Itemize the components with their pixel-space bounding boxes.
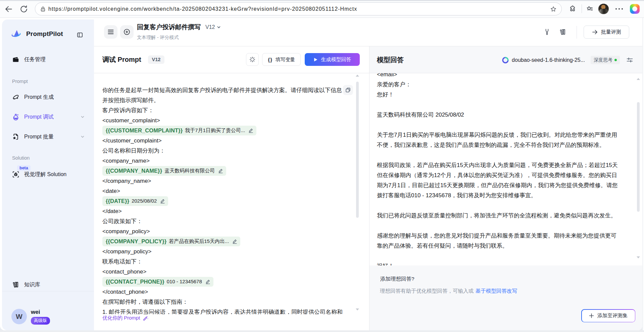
debug-panel-header: 调试 Prompt V12 {} 填写变量 — [94, 46, 369, 73]
variable-value: 010 - 12345678 — [167, 277, 202, 287]
variable-name: {{COMPANY_POLICY}} — [106, 236, 166, 246]
browser-profile-avatar[interactable] — [598, 4, 609, 14]
address-bar[interactable]: https://promptpilot.volcengine.com/workb… — [35, 2, 562, 15]
ideal-answer-hint: 理想回答有助于优化模型回答，可输入或基于模型回答改写 — [380, 288, 517, 295]
prompt-editor[interactable]: 你的任务是起草一封简短高效的回复客户投诉的电子邮件并提供解决方案。请仔细阅读以下… — [94, 73, 356, 314]
window-bottom-edge — [0, 330, 644, 332]
user-name: wei — [31, 309, 50, 316]
sidebar-item-label: 知识库 — [24, 281, 40, 288]
main-area: 回复客户投诉邮件撰写 V12 文本理解 - 评分模式 批量评测 — [94, 18, 642, 330]
prompt-line: <contact_phone> — [102, 267, 351, 277]
prompt-line: <company_name> — [102, 156, 351, 166]
doubao-model-icon — [501, 56, 509, 64]
hamburger-icon — [107, 29, 114, 35]
arrow-right-icon — [592, 29, 598, 35]
new-task-button[interactable] — [120, 25, 134, 39]
user-row[interactable]: W wei 高级版 — [11, 309, 50, 325]
scrollbar-thumb[interactable] — [637, 102, 640, 212]
variable-value: 蓝天数码科技有限公司 — [164, 166, 215, 176]
copy-icon — [345, 87, 351, 93]
sidebar-collapse-icon[interactable] — [77, 32, 83, 38]
answer-line: 蓝天数码科技有限公司 2025/08/02 — [377, 110, 627, 120]
user-avatar[interactable]: W — [11, 309, 27, 324]
scrollbar-thumb[interactable] — [356, 82, 359, 218]
sidebar-item-prompt-generate[interactable]: Prompt 生成 — [7, 90, 89, 104]
edit-pencil-icon[interactable] — [218, 168, 223, 173]
braces-icon: {} — [268, 57, 273, 63]
scroll-up-icon[interactable] — [356, 75, 359, 77]
scroll-down-icon[interactable] — [637, 256, 640, 258]
collections-icon[interactable] — [586, 5, 593, 12]
prompt-line: {{COMPANY_NAME}}蓝天数码科技有限公司 — [102, 166, 351, 176]
sidebar-item-tasks[interactable]: 任务管理 — [7, 52, 89, 67]
copilot-icon[interactable] — [630, 4, 640, 14]
variable-name: {{DATE}} — [106, 196, 129, 206]
document-star-icon — [12, 133, 19, 140]
deep-think-badge[interactable]: 深度思考 — [591, 56, 620, 64]
prompt-scrollbar[interactable] — [356, 73, 359, 314]
model-settings-icon[interactable] — [626, 56, 633, 64]
model-answer-content[interactable]: <email>亲爱的客户：您好！蓝天数码科技有限公司 2025/08/02关于您… — [369, 73, 642, 265]
lock-icon[interactable] — [40, 6, 46, 12]
variable-name: {{COMPANY_NAME}} — [106, 166, 162, 176]
browser-back-icon[interactable] — [4, 5, 13, 13]
variable-pill[interactable]: {{DATE}}2025/08/02 — [102, 196, 168, 206]
sidebar-item-label: 任务管理 — [24, 56, 46, 63]
chevron-down-icon[interactable] — [81, 115, 85, 119]
chevron-down-icon[interactable] — [81, 135, 85, 139]
prompt-line: 并按照指示撰写邮件。 — [102, 95, 351, 106]
prompt-line: </date> — [102, 206, 351, 216]
sidebar-item-prompt-debug[interactable]: Prompt 调试 — [7, 110, 89, 124]
batch-evaluate-button[interactable]: 批量评测 — [584, 26, 629, 39]
variable-name: {{CONTACT_PHONE}} — [106, 277, 164, 287]
optimize-prompt-link[interactable]: 优化你的 Prompt — [102, 315, 148, 321]
model-name[interactable]: doubao-seed-1.6-thinking-25... — [512, 57, 585, 63]
prompt-line: 联系电话如下： — [102, 257, 351, 267]
answer-line: 拨打客服电话010 - 12345678，我们将及时为您安排维修事宜。 — [377, 191, 627, 201]
answer-panel-header: 模型回答 doubao-seed-1.6-thinking-25... 深度思考 — [369, 46, 642, 73]
sidebar-item-prompt-batch[interactable]: Prompt 批量 — [7, 130, 89, 144]
browser-refresh-icon[interactable] — [19, 5, 28, 13]
copy-button[interactable] — [343, 85, 353, 95]
sidebar-item-vision-solution[interactable]: 视觉理解 Solution — [7, 167, 89, 181]
sidebar-item-knowledge[interactable]: 知识库 — [7, 278, 89, 292]
ideal-answer-section: 添加理想回答? 理想回答有助于优化模型回答，可输入或基于模型回答改写 添加至评测… — [369, 265, 642, 330]
orbit-star-icon — [12, 93, 19, 101]
scroll-up-icon[interactable] — [637, 78, 640, 80]
edit-pencil-icon[interactable] — [248, 128, 253, 133]
favorite-star-icon[interactable] — [550, 6, 557, 12]
play-icon — [313, 57, 318, 62]
url-text[interactable]: https://promptpilot.volcengine.com/workb… — [48, 6, 357, 12]
chevron-down-icon[interactable] — [217, 25, 221, 29]
scroll-down-icon[interactable] — [356, 308, 359, 310]
variable-value: 若产品在购买后15天内出... — [169, 236, 229, 246]
variable-pill[interactable]: {{CONTACT_PHONE}}010 - 12345678 — [102, 277, 213, 287]
extensions-icon[interactable] — [569, 5, 577, 12]
answer-line: 亲爱的客户： — [377, 80, 627, 90]
browser-menu-icon[interactable] — [615, 8, 623, 10]
fill-variables-button[interactable]: {} 填写变量 — [262, 53, 301, 66]
task-version[interactable]: V12 — [205, 24, 215, 30]
answer-scrollbar[interactable] — [637, 73, 640, 265]
version-badge: V12 — [148, 55, 165, 64]
variable-pill[interactable]: {{COMPANY_POLICY}}若产品在购买后15天内出... — [102, 237, 240, 246]
generate-answer-button[interactable]: 生成模型回答 — [305, 53, 360, 66]
add-to-eval-button[interactable]: 添加至评测集 — [582, 310, 635, 322]
prompt-line: {{CONTACT_PHONE}}010 - 12345678 — [102, 277, 351, 287]
library-icon[interactable] — [559, 28, 566, 36]
menu-button[interactable] — [104, 25, 117, 39]
variable-pill[interactable]: {{COMPANY_NAME}}蓝天数码科技有限公司 — [102, 166, 226, 176]
answer-line: 根据我司政策，若产品在购买后15天内出现非人为质量问题，可免费更换全新产品；若超… — [377, 160, 627, 170]
page-scroll-gutter[interactable] — [642, 18, 644, 332]
wrench-icon[interactable] — [543, 28, 551, 36]
variable-pill[interactable]: {{CUSTOMER_COMPLAINT}}我于7月1日购买了贵公司... — [102, 126, 256, 135]
edit-pencil-icon[interactable] — [160, 199, 165, 204]
prompt-line: 客户投诉内容如下： — [102, 106, 351, 116]
sidebar-section-prompt: Prompt — [12, 79, 28, 84]
rewrite-from-answer-link[interactable]: 基于模型回答改写 — [476, 288, 517, 294]
edit-pencil-icon[interactable] — [232, 239, 237, 244]
cube-scan-icon — [12, 171, 19, 178]
window-top-edge — [0, 0, 644, 1]
edit-pencil-icon[interactable] — [205, 279, 210, 284]
magic-button[interactable] — [246, 53, 259, 66]
